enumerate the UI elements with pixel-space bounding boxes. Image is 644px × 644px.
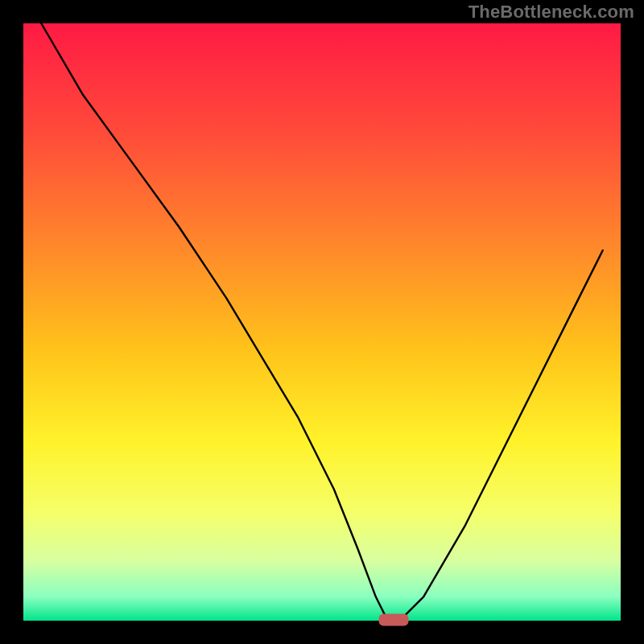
bottleneck-chart — [0, 0, 644, 644]
watermark-text: TheBottleneck.com — [469, 2, 634, 23]
plot-background — [23, 23, 621, 621]
optimal-marker — [378, 614, 408, 626]
chart-frame: TheBottleneck.com — [0, 0, 644, 644]
